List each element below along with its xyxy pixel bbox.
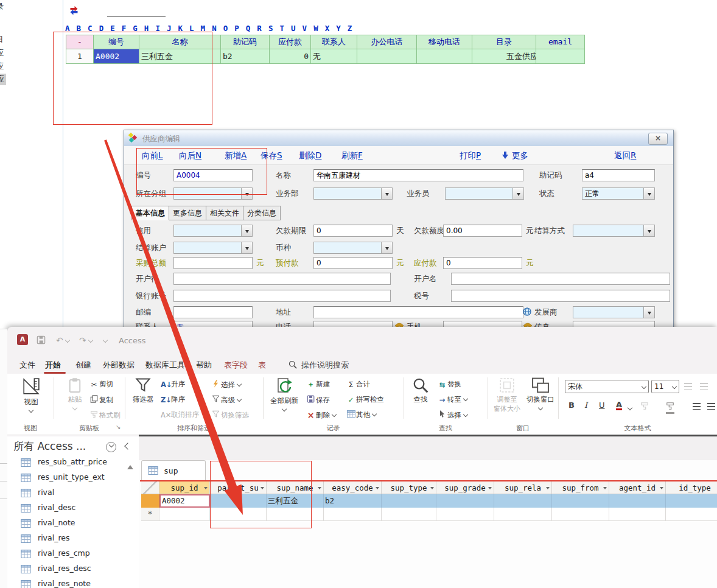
cell-agent_id[interactable] (609, 494, 666, 508)
redo-icon[interactable]: ↷ (79, 335, 93, 345)
grid-header-office-phone[interactable]: 办公电话 (357, 35, 417, 49)
remove-sort-button[interactable]: A✕取消排序 (161, 410, 199, 419)
record-selector[interactable] (141, 494, 159, 508)
align-center-icon[interactable] (707, 403, 715, 411)
quick-access-customize-icon[interactable] (103, 335, 107, 345)
chevron-down-icon[interactable] (241, 242, 252, 253)
selection-button[interactable]: 选择 (211, 380, 241, 390)
cut-button[interactable]: ✂剪切 (89, 380, 113, 389)
column-header-agent_id[interactable]: agent_id (609, 481, 666, 494)
underline-button[interactable]: U (599, 401, 605, 410)
numbered-list-icon[interactable] (700, 383, 708, 391)
tab-related-files[interactable]: 相关文件 (206, 206, 243, 220)
tab-more-info[interactable]: 更多信息 (169, 206, 206, 220)
tab-home[interactable]: 开始 (45, 359, 61, 372)
grid-header-payable[interactable]: 应付款 (270, 35, 311, 49)
select-button[interactable]: 选择 (437, 410, 467, 420)
cell-id_type[interactable] (666, 494, 717, 508)
account-name-input[interactable] (451, 273, 670, 285)
status-combo[interactable]: 正常 (582, 187, 655, 200)
chevron-down-icon[interactable] (241, 225, 252, 236)
document-tab-sup[interactable]: sup (141, 460, 206, 481)
italic-button[interactable]: I (584, 401, 587, 410)
align-left-icon[interactable] (693, 403, 701, 411)
select-all-corner[interactable] (141, 481, 159, 494)
new-record-button[interactable]: ＋新建 (306, 380, 330, 389)
nav-menu-icon[interactable] (106, 442, 116, 452)
new-record-cell[interactable] (159, 508, 210, 521)
column-header-sup_grade[interactable]: sup_grade (436, 481, 494, 494)
copy-button[interactable]: 复制 (89, 395, 113, 405)
bank-input[interactable] (173, 273, 391, 285)
chevron-down-icon[interactable] (381, 242, 392, 253)
chevron-down-icon[interactable] (643, 188, 654, 199)
nav-item-rival[interactable]: rival (7, 485, 139, 500)
cell-sup_from[interactable] (552, 494, 609, 508)
dialog-titlebar[interactable]: 供应商编辑 × (124, 130, 673, 147)
refresh-all-button[interactable]: 全部刷新 (267, 377, 302, 414)
tab-create[interactable]: 创建 (75, 359, 91, 372)
column-header-sup_from[interactable]: sup_from (552, 481, 609, 494)
close-icon[interactable]: × (648, 133, 668, 145)
goto-button[interactable]: →转至 (437, 395, 467, 404)
font-name-combo[interactable]: 宋体 (565, 380, 649, 393)
new-record-cell[interactable] (666, 508, 717, 521)
bold-button[interactable]: B (568, 401, 575, 410)
address-input[interactable] (313, 306, 523, 318)
new-record-selector[interactable]: * (141, 508, 159, 521)
cell-sup_rela[interactable] (494, 494, 552, 508)
sync-arrows-icon[interactable] (68, 5, 80, 17)
nav-item-rival_res_cmp[interactable]: rival_res_cmp (7, 546, 139, 561)
grid-header-mnemonic[interactable]: 助记码 (221, 35, 270, 49)
format-painter-button[interactable]: 格式刷 (89, 410, 121, 420)
salesman-combo[interactable] (445, 187, 524, 200)
spelling-button[interactable]: ✓拼写检查 (346, 395, 384, 404)
cell-contact[interactable]: 无 (311, 49, 357, 64)
tell-me-search[interactable]: 操作说明搜索 (301, 359, 349, 372)
replace-button[interactable]: ⇆替换 (437, 380, 461, 389)
switch-windows-button[interactable]: 切换窗口 (523, 377, 558, 413)
tab-database-tools[interactable]: 数据库工具 (145, 359, 185, 372)
save-record-button[interactable]: 保存 (306, 395, 330, 405)
highlighter-icon[interactable] (640, 402, 649, 412)
cell-sup_type[interactable] (382, 494, 436, 508)
tab-external-data[interactable]: 外部数据 (103, 359, 135, 372)
fill-color-icon[interactable] (666, 402, 674, 414)
column-header-sup_id[interactable]: sup_id (159, 481, 210, 494)
tab-table-fields[interactable]: 表字段 (224, 359, 248, 372)
chevron-down-icon[interactable] (628, 404, 632, 413)
column-header-id_type[interactable]: id_type (666, 481, 717, 494)
find-button[interactable]: 查找 (407, 377, 435, 404)
settle-method-combo[interactable] (573, 225, 655, 237)
column-header-sup_rela[interactable]: sup_rela (494, 481, 552, 494)
nav-item-rival_note[interactable]: rival_note (7, 516, 139, 531)
tax-no-input[interactable] (451, 290, 670, 302)
chevron-down-icon[interactable] (643, 225, 654, 236)
column-header-easy_code[interactable]: easy_code (324, 481, 382, 494)
scroll-up-icon[interactable] (127, 462, 133, 469)
new-record-cell[interactable] (436, 508, 494, 521)
cell-payable[interactable]: 0 (270, 49, 311, 64)
more-records-button[interactable]: 其他 (346, 410, 376, 419)
undo-icon[interactable]: ↶ (56, 335, 69, 345)
chevron-down-icon[interactable] (512, 188, 523, 199)
cell-office-phone[interactable] (357, 49, 417, 64)
cell-easy_code[interactable]: b2 (324, 494, 382, 508)
purchase-total-input[interactable] (173, 257, 253, 269)
totals-button[interactable]: Σ合计 (346, 380, 370, 389)
view-button[interactable]: 视图 (17, 377, 45, 415)
font-color-button[interactable]: A (616, 401, 622, 410)
cell-email[interactable] (536, 49, 585, 64)
tab-basic-info[interactable]: 基本信息 (131, 206, 169, 220)
font-size-combo[interactable]: 11 (651, 380, 679, 393)
new-record-cell[interactable] (609, 508, 666, 521)
settle-account-combo[interactable] (173, 242, 253, 254)
filter-button[interactable]: 筛选器 (128, 377, 158, 404)
cell-sup_id-active[interactable]: A0002 (159, 494, 210, 508)
prepaid-input[interactable] (313, 257, 393, 269)
mnemonic-input[interactable] (582, 169, 655, 181)
sort-descending-button[interactable]: Z↓降序 (161, 395, 185, 404)
new-record-cell[interactable] (324, 508, 382, 521)
tab-category-info[interactable]: 分类信息 (243, 206, 281, 220)
cell-sup_grade[interactable] (436, 494, 494, 508)
